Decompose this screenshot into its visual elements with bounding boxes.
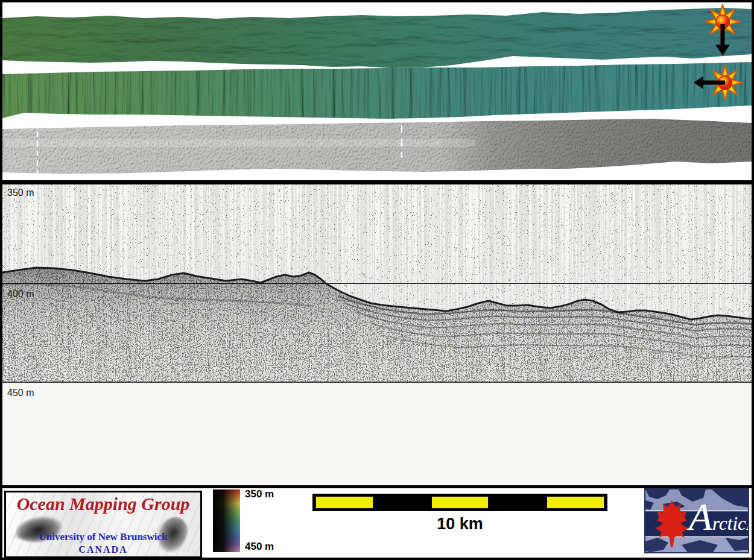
scale-bar bbox=[312, 494, 607, 511]
ocean-mapping-group-logo: Ocean Mapping Group University of New Br… bbox=[4, 491, 202, 558]
omg-country: CANADA bbox=[6, 544, 200, 555]
arcticnet-wordmark: ArcticNet bbox=[689, 498, 749, 536]
scalebar-segment-yellow bbox=[315, 496, 373, 509]
footer: Ocean Mapping Group University of New Br… bbox=[0, 488, 754, 558]
arcticnet-rest: rcticNet bbox=[712, 513, 749, 534]
arcticnet-logo: ArcticNet bbox=[644, 488, 749, 553]
multibeam-swath-2 bbox=[2, 62, 752, 119]
depth-label-350m: 350 m bbox=[7, 187, 34, 198]
depth-colorbar bbox=[213, 489, 240, 552]
subbottom-profile-panel: 350 m 400 m 450 m bbox=[0, 184, 754, 485]
colorbar-label-bottom: 450 m bbox=[245, 541, 274, 553]
scalebar-segment-yellow bbox=[431, 496, 489, 509]
depth-label-400m: 400 m bbox=[7, 289, 34, 299]
scalebar-segment-black bbox=[374, 496, 431, 509]
colorbar-label-top: 350 m bbox=[245, 488, 274, 500]
swath-map-panel bbox=[0, 0, 754, 181]
multibeam-swath-1 bbox=[2, 8, 752, 68]
arcticnet-initial: A bbox=[689, 496, 712, 538]
scalebar-segment-yellow bbox=[546, 496, 604, 509]
sidescan-nadir-band bbox=[5, 139, 475, 147]
depth-label-450m: 450 m bbox=[7, 388, 34, 398]
scale-bar-label: 10 km bbox=[312, 515, 607, 533]
omg-title: Ocean Mapping Group bbox=[6, 494, 200, 514]
scalebar-segment-black bbox=[489, 496, 546, 509]
omg-university: University of New Brunswick bbox=[6, 531, 200, 543]
survey-figure: 350 m 400 m 450 m Ocean Mapping Group Un… bbox=[0, 0, 754, 560]
